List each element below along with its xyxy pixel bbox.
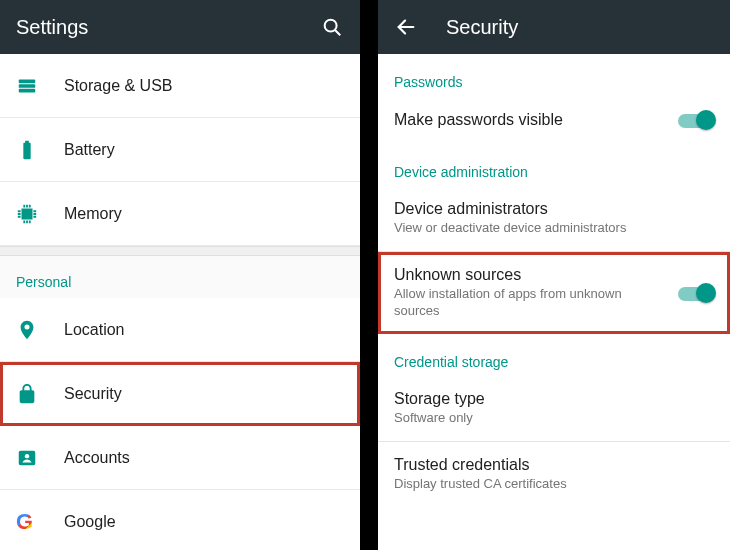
settings-item-security[interactable]: Security	[0, 362, 360, 426]
security-appbar: Security	[378, 0, 730, 54]
pref-unknown-sources[interactable]: Unknown sources Allow installation of ap…	[378, 252, 730, 334]
toggle-passwords-visible[interactable]	[678, 110, 714, 130]
settings-item-label: Security	[56, 385, 344, 403]
pref-subtitle: View or deactivate device administrators	[394, 220, 706, 237]
pref-title: Make passwords visible	[394, 111, 670, 129]
settings-list: Storage & USB Battery Memory Personal Lo…	[0, 54, 360, 550]
battery-icon	[16, 139, 56, 161]
memory-icon	[16, 203, 56, 225]
settings-item-memory[interactable]: Memory	[0, 182, 360, 246]
toggle-unknown-sources[interactable]	[678, 283, 714, 303]
category-credential-storage: Credential storage	[378, 334, 730, 376]
pref-title: Unknown sources	[394, 266, 670, 284]
security-title: Security	[446, 16, 714, 39]
back-icon[interactable]	[394, 15, 418, 39]
pref-title: Trusted credentials	[394, 456, 706, 474]
pref-subtitle: Display trusted CA certificates	[394, 476, 706, 493]
pref-make-passwords-visible[interactable]: Make passwords visible	[378, 96, 730, 144]
divider	[0, 246, 360, 256]
settings-appbar: Settings	[0, 0, 360, 54]
pref-storage-type[interactable]: Storage type Software only	[378, 376, 730, 441]
svg-line-1	[335, 30, 340, 35]
svg-point-7	[25, 453, 29, 457]
pref-title: Device administrators	[394, 200, 706, 218]
security-list: Passwords Make passwords visible Device …	[378, 54, 730, 550]
svg-rect-4	[19, 88, 36, 92]
pref-subtitle: Allow installation of apps from unknown …	[394, 286, 670, 320]
search-icon[interactable]	[320, 15, 344, 39]
category-device-admin: Device administration	[378, 144, 730, 186]
settings-item-label: Location	[56, 321, 344, 339]
category-passwords: Passwords	[378, 54, 730, 96]
settings-item-storage[interactable]: Storage & USB	[0, 54, 360, 118]
svg-rect-2	[19, 79, 36, 83]
svg-point-0	[325, 20, 337, 32]
settings-item-label: Battery	[56, 141, 344, 159]
settings-item-label: Google	[56, 513, 344, 531]
svg-rect-5	[22, 208, 33, 219]
pane-gap	[360, 0, 378, 550]
svg-rect-3	[19, 84, 36, 88]
settings-pane: Settings Storage & USB Battery Memory	[0, 0, 360, 550]
settings-item-accounts[interactable]: Accounts	[0, 426, 360, 490]
pref-subtitle: Software only	[394, 410, 706, 427]
pref-device-administrators[interactable]: Device administrators View or deactivate…	[378, 186, 730, 251]
pref-title: Storage type	[394, 390, 706, 408]
location-icon	[16, 319, 56, 341]
category-personal: Personal	[0, 256, 360, 298]
settings-item-label: Memory	[56, 205, 344, 223]
google-icon: G	[16, 509, 56, 535]
settings-item-battery[interactable]: Battery	[0, 118, 360, 182]
accounts-icon	[16, 447, 56, 469]
settings-title: Settings	[16, 16, 320, 39]
lock-icon	[16, 383, 56, 405]
security-pane: Security Passwords Make passwords visibl…	[378, 0, 730, 550]
settings-item-location[interactable]: Location	[0, 298, 360, 362]
pref-trusted-credentials[interactable]: Trusted credentials Display trusted CA c…	[378, 442, 730, 507]
settings-item-google[interactable]: G Google	[0, 490, 360, 550]
settings-item-label: Accounts	[56, 449, 344, 467]
settings-item-label: Storage & USB	[56, 77, 344, 95]
storage-icon	[16, 75, 56, 97]
